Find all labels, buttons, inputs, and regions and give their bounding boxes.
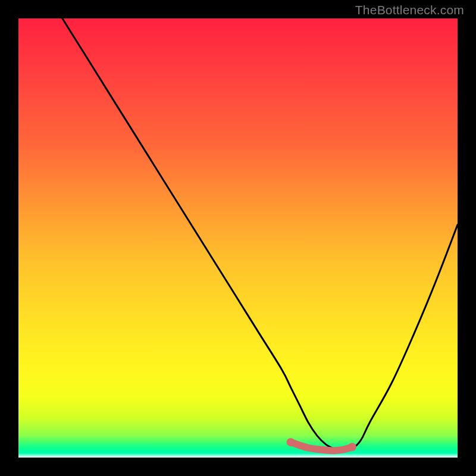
bottleneck-curve [62,18,458,451]
optimal-right-dot [348,443,356,451]
plot-area [18,18,458,458]
optimal-segment [291,442,352,450]
attribution-watermark: TheBottleneck.com [355,3,464,17]
chart-svg [18,18,458,458]
optimal-left-dot [287,438,295,446]
chart-container: TheBottleneck.com [0,0,476,476]
